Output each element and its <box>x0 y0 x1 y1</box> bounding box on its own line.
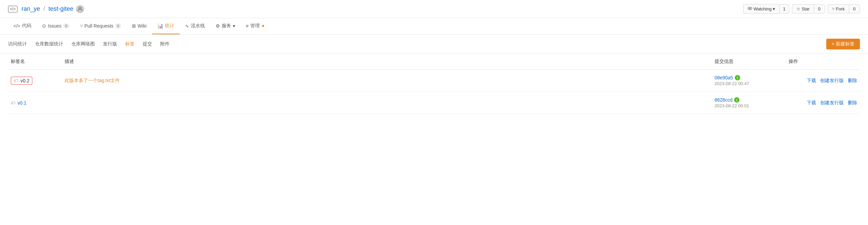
issues-icon: ⊙ <box>42 23 46 29</box>
repo-name-link[interactable]: test-gitee <box>49 5 73 12</box>
stats-icon: 📊 <box>157 23 163 29</box>
star-count-button[interactable]: 0 <box>814 4 825 13</box>
table-row: 🏷 v0.1 8628ccd i 2023-08-22 00:01 <box>8 92 860 114</box>
tag-desc-cell-v01 <box>62 92 712 114</box>
sub-nav-attachments[interactable]: 附件 <box>160 40 169 49</box>
tag-name-cell-v02: 🏷 v0.2 <box>8 70 62 92</box>
sub-nav-releases[interactable]: 发行版 <box>103 40 117 49</box>
tag-actions-cell-v02: 下载 创建发行版 删除 <box>786 70 860 92</box>
commit-info-icon-v01[interactable]: i <box>734 97 740 103</box>
tags-table: 标签名 描述 提交信息 操作 🏷 v0.2 此版本多了一个tag.txt文件 <box>8 54 860 114</box>
tag-icon-v02: 🏷 <box>14 78 19 84</box>
delete-link-v01[interactable]: 删除 <box>848 100 857 106</box>
commit-hash-v02[interactable]: 08e90a5 <box>715 75 733 81</box>
sub-nav-links: 访问统计 仓库数据统计 仓库网络图 发行版 标签 提交 附件 <box>8 40 169 49</box>
tag-name-cell-v01: 🏷 v0.1 <box>8 92 62 114</box>
title-separator: / <box>43 5 45 12</box>
sub-nav-visit-stats[interactable]: 访问统计 <box>8 40 27 49</box>
code-icon: </> <box>13 23 20 29</box>
sub-nav-tags[interactable]: 标签 <box>125 40 134 49</box>
nav-tabs: </> 代码 ⊙ Issues 0 ⑂ Pull Requests 0 ⊞ Wi… <box>0 18 868 35</box>
col-header-actions: 操作 <box>786 54 860 70</box>
create-release-link-v01[interactable]: 创建发行版 <box>820 100 844 106</box>
tag-commit-cell-v01: 8628ccd i 2023-08-22 00:01 <box>712 92 786 114</box>
commit-info-icon-v02[interactable]: i <box>735 75 740 81</box>
download-link-v01[interactable]: 下载 <box>807 100 816 106</box>
pr-icon: ⑂ <box>80 23 83 29</box>
issues-badge: 0 <box>63 23 69 29</box>
actions-v01: 下载 创建发行版 删除 <box>788 100 857 106</box>
tab-issues[interactable]: ⊙ Issues 0 <box>37 19 74 34</box>
commit-info-v02: 08e90a5 i 2023-08-22 00:47 <box>715 75 783 86</box>
star-count-value: 0 <box>818 6 820 11</box>
commit-date-v02: 2023-08-22 00:47 <box>715 81 783 86</box>
delete-link-v02[interactable]: 删除 <box>848 78 857 84</box>
star-label: Star <box>802 6 810 11</box>
fork-label: Fork <box>836 6 845 11</box>
fork-count-button[interactable]: 0 <box>849 4 860 13</box>
watching-label: Watching <box>754 6 772 11</box>
commit-info-v01: 8628ccd i 2023-08-22 00:01 <box>715 97 783 108</box>
tab-manage[interactable]: ≡ 管理 <box>241 18 270 34</box>
manage-icon: ≡ <box>246 23 249 29</box>
tag-commit-cell-v02: 08e90a5 i 2023-08-22 00:47 <box>712 70 786 92</box>
fork-count-value: 0 <box>853 6 856 11</box>
commit-date-v01: 2023-08-22 00:01 <box>715 103 783 108</box>
commit-hash-v01[interactable]: 8628ccd <box>715 97 733 103</box>
tab-pipeline[interactable]: ∿ 流水线 <box>180 18 210 34</box>
tab-wiki[interactable]: ⊞ Wiki <box>126 19 152 34</box>
pr-badge: 0 <box>115 23 121 29</box>
star-group: ☆ Star 0 <box>792 4 825 13</box>
code-bracket-icon: </> <box>8 6 18 12</box>
sub-nav-repo-network[interactable]: 仓库网络图 <box>71 40 95 49</box>
sub-nav: 访问统计 仓库数据统计 仓库网络图 发行版 标签 提交 附件 + 新建标签 <box>0 35 868 54</box>
tag-link-v01[interactable]: 🏷 v0.1 <box>11 100 26 106</box>
create-release-link-v02[interactable]: 创建发行版 <box>820 78 844 84</box>
col-header-name: 标签名 <box>8 54 62 70</box>
new-tag-button[interactable]: + 新建标签 <box>826 39 860 50</box>
svg-point-0 <box>79 7 81 9</box>
tab-pull-requests[interactable]: ⑂ Pull Requests 0 <box>75 19 126 34</box>
repo-title: </> ran_ye / test-gitee <box>8 5 84 13</box>
tag-icon-v01: 🏷 <box>11 100 16 106</box>
services-dropdown-icon: ▾ <box>233 23 235 29</box>
watching-button[interactable]: Watching ▾ <box>743 4 779 14</box>
fork-button[interactable]: ⑂ Fork <box>828 4 849 13</box>
sub-nav-commits[interactable]: 提交 <box>143 40 152 49</box>
tag-link-v02[interactable]: 🏷 v0.2 <box>11 77 32 85</box>
watching-group: Watching ▾ 1 <box>743 4 789 14</box>
fork-group: ⑂ Fork 0 <box>828 4 860 13</box>
download-link-v02[interactable]: 下载 <box>807 78 816 84</box>
repo-avatar-icon <box>76 5 84 13</box>
star-button[interactable]: ☆ Star <box>792 4 814 13</box>
actions-v02: 下载 创建发行版 删除 <box>788 78 857 84</box>
watching-count-value: 1 <box>783 6 785 11</box>
services-icon: ⚙ <box>216 23 220 29</box>
content-area: 标签名 描述 提交信息 操作 🏷 v0.2 此版本多了一个tag.txt文件 <box>0 54 868 114</box>
manage-dot <box>262 25 264 27</box>
col-header-description: 描述 <box>62 54 712 70</box>
table-row: 🏷 v0.2 此版本多了一个tag.txt文件 08e90a5 i 2023-0… <box>8 70 860 92</box>
tag-desc-cell-v02: 此版本多了一个tag.txt文件 <box>62 70 712 92</box>
tag-description-v02[interactable]: 此版本多了一个tag.txt文件 <box>65 78 120 83</box>
table-header-row: 标签名 描述 提交信息 操作 <box>8 54 860 70</box>
tab-code[interactable]: </> 代码 <box>8 18 37 34</box>
header-bar: </> ran_ye / test-gitee Watching ▾ <box>0 0 868 18</box>
tag-actions-cell-v01: 下载 创建发行版 删除 <box>786 92 860 114</box>
watching-dropdown-icon: ▾ <box>773 6 775 11</box>
tab-services[interactable]: ⚙ 服务 ▾ <box>210 18 241 34</box>
svg-point-2 <box>749 8 751 9</box>
eye-icon <box>748 6 752 12</box>
repo-owner-link[interactable]: ran_ye <box>22 5 40 12</box>
tab-stats[interactable]: 📊 统计 <box>152 18 180 34</box>
fork-icon: ⑂ <box>832 6 835 11</box>
col-header-commit-info: 提交信息 <box>712 54 786 70</box>
pipeline-icon: ∿ <box>185 23 189 29</box>
star-icon: ☆ <box>796 6 800 11</box>
watching-count-button[interactable]: 1 <box>779 4 789 13</box>
wiki-icon: ⊞ <box>132 23 136 29</box>
sub-nav-repo-data-stats[interactable]: 仓库数据统计 <box>35 40 63 49</box>
header-actions: Watching ▾ 1 ☆ Star 0 ⑂ Fork 0 <box>743 4 860 14</box>
